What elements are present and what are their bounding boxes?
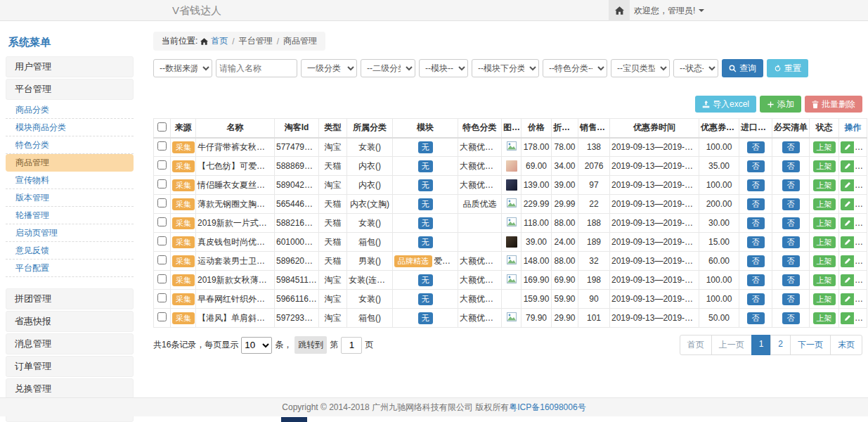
filter-select[interactable]: 一级分类 (301, 59, 357, 77)
edit-button[interactable] (841, 312, 854, 324)
edit-button[interactable] (841, 141, 854, 153)
filter-select[interactable]: --模块下分类-- (472, 59, 539, 77)
edit-button[interactable] (841, 255, 854, 267)
status-badge[interactable]: 上架 (813, 255, 836, 267)
row-checkbox[interactable] (157, 160, 167, 170)
import-flag-badge[interactable]: 否 (747, 312, 765, 324)
import-flag-badge[interactable]: 否 (747, 293, 765, 305)
import-flag-badge[interactable]: 否 (747, 141, 765, 153)
row-checkbox[interactable] (157, 293, 167, 302)
import-flag-badge[interactable]: 否 (747, 274, 765, 286)
reset-button[interactable]: 重置 (767, 59, 808, 77)
add-button[interactable]: 添加 (760, 96, 801, 113)
import-flag-badge[interactable]: 否 (747, 217, 765, 229)
edit-button[interactable] (841, 179, 854, 191)
user-menu[interactable]: 欢迎您，管理员! (634, 0, 704, 21)
pager-prev[interactable]: 上一页 (711, 335, 752, 355)
status-cell: 上架 (810, 195, 839, 214)
sidebar-item-sub[interactable]: 宣传物料 (6, 172, 134, 189)
mustbuy-flag-badge[interactable]: 否 (782, 312, 800, 324)
nav-home-button[interactable] (609, 0, 630, 21)
status-badge[interactable]: 上架 (813, 236, 836, 248)
pager-first[interactable]: 首页 (680, 335, 712, 355)
sidebar-item-top[interactable]: 订单管理 (6, 356, 134, 377)
import-flag-badge[interactable]: 否 (747, 198, 765, 210)
mustbuy-flag-cell: 否 (772, 290, 810, 309)
breadcrumb-home-link[interactable]: 首页 (211, 35, 228, 47)
status-badge[interactable]: 上架 (813, 160, 836, 172)
import-flag-badge[interactable]: 否 (747, 179, 765, 191)
sidebar-item-sub[interactable]: 特色分类 (6, 136, 134, 154)
status-badge[interactable]: 上架 (813, 274, 836, 286)
sidebar-item-sub[interactable]: 轮播管理 (6, 207, 134, 224)
data-source-select[interactable]: --数据来源-- (153, 59, 212, 77)
pager-page-1[interactable]: 1 (751, 335, 772, 355)
status-badge[interactable]: 上架 (813, 217, 836, 229)
mustbuy-flag-badge[interactable]: 否 (782, 141, 800, 153)
mustbuy-flag-badge[interactable]: 否 (782, 160, 800, 172)
row-checkbox[interactable] (157, 255, 167, 264)
mustbuy-flag-badge[interactable]: 否 (782, 198, 800, 210)
trash-icon (812, 101, 819, 108)
col-header: 操作 (839, 119, 867, 138)
row-checkbox[interactable] (157, 312, 167, 321)
import-flag-badge[interactable]: 否 (747, 236, 765, 248)
filter-select[interactable]: --状态-- (673, 59, 718, 77)
edit-button[interactable] (841, 160, 854, 172)
status-badge[interactable]: 上架 (813, 198, 836, 210)
edit-pencil-icon (844, 143, 851, 151)
sidebar-item-sub[interactable]: 启动页管理 (6, 224, 134, 242)
mustbuy-flag-badge[interactable]: 否 (782, 236, 800, 248)
sidebar-item-top[interactable]: 平台管理 (6, 79, 134, 100)
status-badge[interactable]: 上架 (813, 293, 836, 305)
row-checkbox[interactable] (157, 274, 167, 283)
sidebar-item-sub[interactable]: 意见反馈 (6, 242, 134, 260)
status-badge[interactable]: 上架 (813, 179, 836, 191)
pager-next[interactable]: 下一页 (790, 335, 831, 355)
row-checkbox[interactable] (157, 198, 167, 207)
filter-select[interactable]: --二级分类-- (361, 59, 415, 77)
mustbuy-flag-badge[interactable]: 否 (782, 179, 800, 191)
status-badge[interactable]: 上架 (813, 141, 836, 153)
mustbuy-flag-badge[interactable]: 否 (782, 274, 800, 286)
name-search-input[interactable] (216, 59, 297, 77)
mustbuy-flag-badge[interactable]: 否 (782, 255, 800, 267)
sidebar-item-sub[interactable]: 商品管理 (6, 154, 134, 172)
page-number-input[interactable] (341, 337, 362, 354)
filter-select[interactable]: --模块-- (419, 59, 468, 77)
row-checkbox[interactable] (157, 179, 167, 188)
icp-link[interactable]: 粤ICP备16098006号 (509, 402, 585, 414)
edit-button[interactable] (841, 236, 854, 248)
row-checkbox[interactable] (157, 141, 167, 151)
sidebar-item-sub[interactable]: 版本管理 (6, 189, 134, 207)
sidebar-item-top[interactable]: 消息管理 (6, 333, 134, 354)
import-excel-button[interactable]: 导入excel (695, 96, 756, 113)
pager-page-2[interactable]: 2 (770, 335, 791, 355)
mustbuy-flag-badge[interactable]: 否 (782, 293, 800, 305)
filter-select[interactable]: --特色分类-- (543, 59, 607, 77)
select-all-checkbox[interactable] (157, 122, 167, 132)
import-flag-badge[interactable]: 否 (747, 160, 765, 172)
import-flag-badge[interactable]: 否 (747, 255, 765, 267)
mustbuy-flag-badge[interactable]: 否 (782, 217, 800, 229)
edit-button[interactable] (841, 198, 854, 210)
pager-last[interactable]: 末页 (830, 335, 862, 355)
row-checkbox[interactable] (157, 236, 167, 245)
sidebar-item-top[interactable]: 拼团管理 (6, 288, 134, 309)
edit-button[interactable] (841, 217, 854, 229)
jump-to-button[interactable]: 跳转到 (294, 336, 327, 354)
search-button[interactable]: 查询 (722, 59, 763, 77)
row-checkbox[interactable] (157, 217, 167, 226)
sidebar-item-top[interactable]: 省惠快报 (6, 311, 134, 332)
batch-delete-button[interactable]: 批量删除 (805, 96, 862, 113)
sidebar-item-sub[interactable]: 平台配置 (6, 260, 134, 277)
filter-select[interactable]: --宝贝类型-- (611, 59, 670, 77)
edit-button[interactable] (841, 274, 854, 286)
status-badge[interactable]: 上架 (813, 312, 836, 324)
sidebar-item-top[interactable]: 兑换管理 (6, 378, 134, 399)
sidebar-item-sub[interactable]: 商品分类 (6, 101, 134, 119)
per-page-select[interactable]: 10 (241, 337, 272, 354)
sidebar-item-sub[interactable]: 模块商品分类 (6, 119, 134, 136)
edit-button[interactable] (841, 293, 854, 305)
sidebar-item-top[interactable]: 用户管理 (6, 56, 134, 77)
